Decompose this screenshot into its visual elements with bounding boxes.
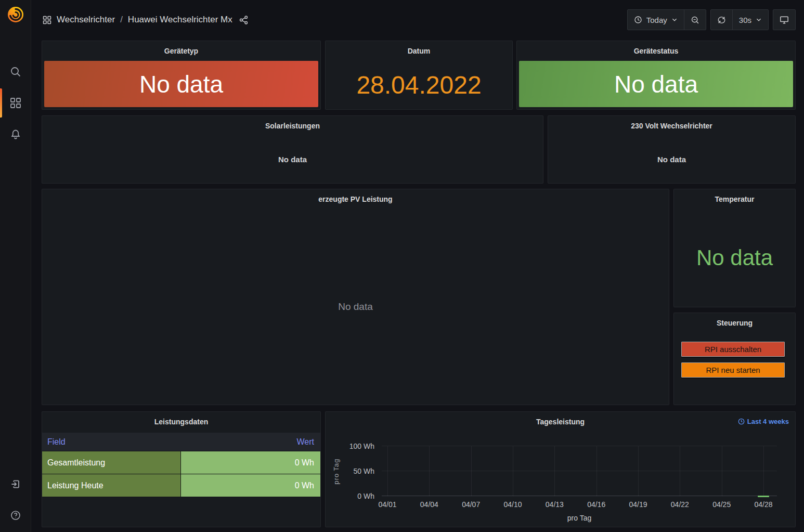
panel-leistungsdaten: Leistungsdaten Field Wert Gesamtleistung… <box>42 411 321 527</box>
time-range-picker[interactable]: Today <box>628 10 684 30</box>
field-cell: Leistung Heute <box>42 474 181 497</box>
panel-datum: Datum 28.04.2022 <box>325 41 513 110</box>
panel-title[interactable]: 230 Volt Wechselrichter <box>548 116 795 136</box>
table-row: Gesamtleistung 0 Wh <box>42 451 320 474</box>
chart-plot-area <box>382 446 777 496</box>
panel-title[interactable]: Temperatur <box>674 189 795 209</box>
stat-value: No data <box>614 70 698 98</box>
x-tick-label: 04/19 <box>629 500 647 509</box>
kiosk-mode-button[interactable] <box>773 10 795 30</box>
clock-icon <box>634 16 642 24</box>
refresh-group: 30s <box>710 9 769 30</box>
breadcrumb: Wechselrichter / Huawei Wechselrichter M… <box>43 11 249 28</box>
breadcrumb-folder[interactable]: Wechselrichter <box>57 15 115 25</box>
share-icon[interactable] <box>239 15 249 25</box>
zoom-out-icon <box>691 16 699 24</box>
column-header-field[interactable]: Field <box>42 433 181 451</box>
time-range-group: Today <box>627 9 706 30</box>
table-row: Leistung Heute 0 Wh <box>42 474 320 497</box>
gridline-v <box>554 446 555 496</box>
x-tick-label: 04/22 <box>671 500 689 509</box>
panel-temperatur: Temperatur No data <box>673 189 796 307</box>
gridline-v <box>471 446 472 496</box>
no-data-text: No data <box>674 209 795 307</box>
panel-title[interactable]: Tagesleistung <box>326 412 795 432</box>
value-cell: 0 Wh <box>181 451 320 474</box>
gridline-v <box>387 446 388 496</box>
dashboards-icon[interactable] <box>0 92 31 114</box>
panel-230v-wechselrichter: 230 Volt Wechselrichter No data <box>548 115 796 184</box>
field-cell: Gesamtleistung <box>42 451 181 474</box>
x-axis-line <box>382 496 777 496</box>
chevron-down-icon <box>756 17 762 23</box>
panel-geraetestatus: Gerätestatus No data <box>516 41 796 110</box>
kiosk-group <box>773 9 796 30</box>
panel-title[interactable]: erzeugte PV Leistung <box>42 189 669 209</box>
search-icon[interactable] <box>0 60 31 83</box>
breadcrumb-separator: / <box>120 15 123 25</box>
rpi-neu-starten-button[interactable]: RPI neu starten <box>681 362 785 378</box>
gridline-h <box>382 471 777 471</box>
y-tick-label: 0 Wh <box>343 492 374 500</box>
no-data-text: No data <box>42 136 543 183</box>
zoom-out-button[interactable] <box>684 10 706 30</box>
panel-title[interactable]: Solarleistungen <box>42 116 543 136</box>
gridline-v <box>596 446 597 496</box>
column-header-wert[interactable]: Wert <box>181 433 321 451</box>
dashboard-toolbar: Today <box>627 9 796 30</box>
time-range-label: Today <box>646 16 667 24</box>
time-override-label: Last 4 weeks <box>747 418 789 425</box>
panel-title[interactable]: Gerätetyp <box>42 41 320 61</box>
breadcrumb-dashboard[interactable]: Huawei Wechselrichter Mx <box>128 15 232 25</box>
refresh-interval-picker[interactable]: 30s <box>733 10 768 30</box>
gridline-v <box>638 446 639 496</box>
rpi-ausschalten-button[interactable]: RPI ausschalten <box>681 342 785 357</box>
help-icon[interactable] <box>0 504 31 527</box>
time-override-badge[interactable]: Last 4 weeks <box>738 418 789 425</box>
value-cell: 0 Wh <box>181 474 320 497</box>
panel-title[interactable]: Steuerung <box>674 313 795 333</box>
date-value: 28.04.2022 <box>326 61 512 109</box>
y-tick-label: 50 Wh <box>343 467 374 475</box>
gridline-v <box>722 446 722 496</box>
x-tick-label: 04/10 <box>503 500 522 509</box>
gridline-h <box>382 446 777 446</box>
panel-title[interactable]: Datum <box>326 41 512 61</box>
table-header-row: Field Wert <box>42 433 320 451</box>
x-axis-label: pro Tag <box>382 514 777 522</box>
grafana-dashboard: Wechselrichter / Huawei Wechselrichter M… <box>0 0 804 532</box>
no-data-text: No data <box>42 209 669 405</box>
panel-pv-leistung: erzeugte PV Leistung No data <box>42 189 669 405</box>
panel-title[interactable]: Gerätestatus <box>517 41 795 61</box>
data-table: Field Wert Gesamtleistung 0 Wh Leistung … <box>42 433 320 497</box>
gridline-v <box>763 446 764 496</box>
y-axis-label: pro Tag <box>327 446 345 496</box>
series-point <box>758 496 769 497</box>
gridline-v <box>513 446 513 496</box>
clock-icon <box>738 418 745 425</box>
panel-geraetetyp: Gerätetyp No data <box>42 41 321 110</box>
x-tick-label: 04/25 <box>712 500 731 509</box>
x-tick-label: 04/04 <box>420 500 438 509</box>
grafana-logo[interactable] <box>6 5 25 24</box>
x-tick-label: 04/16 <box>587 500 605 509</box>
stat-background: No data <box>519 61 793 107</box>
y-axis-ticks: 0 Wh50 Wh100 Wh <box>343 446 378 496</box>
refresh-interval-label: 30s <box>739 16 751 24</box>
panel-title[interactable]: Leistungsdaten <box>42 412 320 432</box>
x-tick-label: 04/13 <box>546 500 564 509</box>
alerting-bell-icon[interactable] <box>0 123 31 146</box>
x-axis-ticks: 04/0104/0404/0704/1004/1304/1604/1904/22… <box>382 500 777 510</box>
x-tick-label: 04/01 <box>378 500 396 509</box>
sidebar <box>0 0 31 532</box>
sign-in-icon[interactable] <box>0 473 31 496</box>
no-data-text: No data <box>548 136 795 183</box>
refresh-icon <box>717 16 726 24</box>
refresh-button[interactable] <box>711 10 733 30</box>
stat-background: No data <box>44 61 318 107</box>
gridline-v <box>429 446 430 496</box>
monitor-icon <box>780 15 789 24</box>
panel-tagesleistung: Tagesleistung Last 4 weeks pro Tag 0 Wh5… <box>325 411 796 527</box>
top-nav: Wechselrichter / Huawei Wechselrichter M… <box>31 0 804 41</box>
panel-solarleistungen: Solarleistungen No data <box>42 115 543 184</box>
